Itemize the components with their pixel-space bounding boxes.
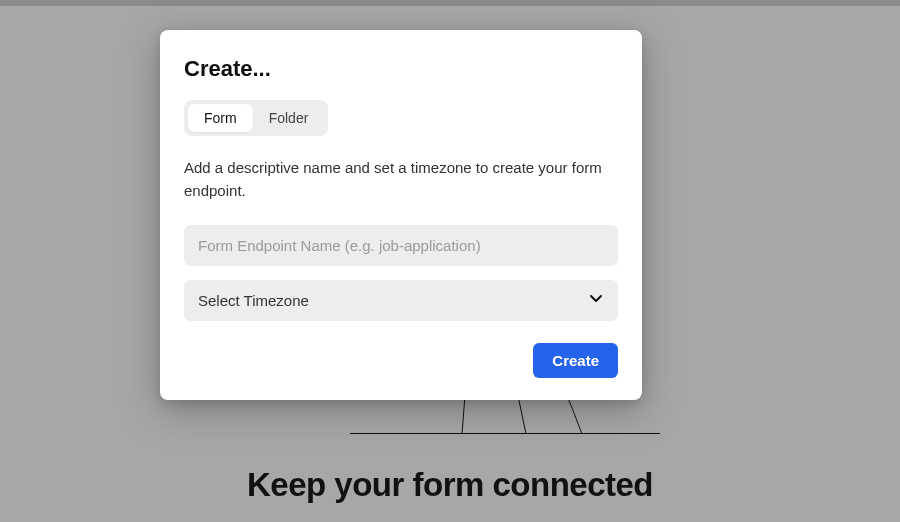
top-strip [0, 0, 900, 6]
form-name-input[interactable] [184, 225, 618, 266]
tab-group: Form Folder [184, 100, 328, 136]
create-modal: Create... Form Folder Add a descriptive … [160, 30, 642, 400]
modal-footer: Create [184, 343, 618, 378]
modal-description: Add a descriptive name and set a timezon… [184, 156, 618, 203]
timezone-select[interactable]: Select Timezone [184, 280, 618, 321]
modal-title: Create... [184, 56, 618, 82]
timezone-select-wrap[interactable]: Select Timezone [184, 280, 618, 321]
background-heading: Keep your form connected [0, 466, 900, 504]
tab-folder[interactable]: Folder [253, 104, 325, 132]
tab-form[interactable]: Form [188, 104, 253, 132]
create-button[interactable]: Create [533, 343, 618, 378]
